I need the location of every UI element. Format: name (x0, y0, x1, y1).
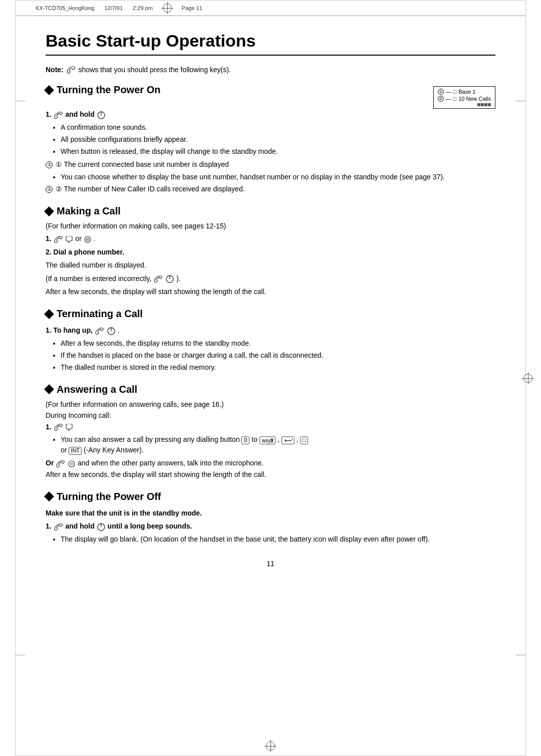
turning-off-bullets: The display will go blank. (On location … (61, 534, 495, 545)
key-icon-int: INT (69, 447, 82, 455)
terminating-bullet-2: If the handset is placed on the base or … (61, 350, 495, 361)
note-handset-icon (66, 66, 79, 74)
making-call-step2-label: 2. (46, 248, 52, 256)
note-text: shows that you should press the followin… (79, 66, 231, 74)
making-call-for-info: (For further information on making calls… (46, 222, 495, 230)
key-icon-star: ⟵* (282, 436, 295, 444)
display-newcalls-icon: □ (453, 96, 457, 102)
comma2: , (296, 435, 300, 443)
section-title-turning-off: Turning the Power Off (46, 491, 495, 502)
making-call-step1-label: 1. (46, 234, 52, 242)
bottom-crosshair (266, 741, 275, 750)
diamond-icon-answering (44, 384, 54, 394)
display-battery-bar (438, 103, 491, 106)
terminating-power (107, 326, 118, 334)
section-making-call: Making a Call (For further information o… (46, 205, 495, 297)
page-number: 11 (46, 560, 495, 568)
section-title-answering: Answering a Call (46, 384, 495, 395)
note-label: Note: (46, 66, 64, 74)
turning-off-step1-label: 1. (46, 522, 52, 530)
diamond-icon-terminating (44, 309, 54, 319)
sub-bullet-1: You can choose whether to display the ba… (61, 172, 495, 182)
header-filename: KX-TCD705_HongKong (36, 5, 94, 11)
making-call-step2-bold: Dial a phone number. (54, 248, 125, 256)
turning-off-make-sure-bold: Make sure that the unit is in the standb… (46, 509, 202, 517)
making-call-step1: 1. or (46, 233, 495, 244)
step1-and-hold: and hold (65, 110, 96, 118)
terminating-bullet-3: The dialled number is stored in the redi… (61, 362, 495, 373)
header-date: 12/7/01 (104, 5, 123, 11)
key-icon-hash: □ (300, 436, 308, 444)
answering-bullet-1: You can also answer a call by pressing a… (61, 434, 495, 455)
making-call-dialled: The dialled number is displayed. (46, 260, 495, 271)
turning-off-power-icon (97, 522, 108, 530)
terminating-step1: 1. To hang up, . (46, 325, 495, 336)
svg-point-13 (71, 463, 73, 465)
svg-point-4 (87, 239, 88, 240)
svg-text:⟵*: ⟵* (285, 438, 293, 443)
answering-step1-label: 1. (46, 423, 52, 431)
answering-after: After a few seconds, the display will st… (46, 469, 495, 480)
diamond-icon-turning-off (44, 492, 54, 502)
making-call-power-icon2 (165, 275, 176, 283)
display-base-icon: □ (453, 89, 457, 95)
answering-during-call: During Incoming call: (46, 411, 495, 419)
svg-point-12 (69, 461, 75, 467)
main-content: Basic Start-up Operations Note: shows th… (16, 16, 525, 588)
header-time: 2:29 pm (133, 5, 153, 11)
section-title-turning-on: Turning the Power On (46, 84, 160, 101)
circle-num-1-inline: ① (46, 161, 53, 168)
answering-handset2 (56, 459, 68, 467)
making-call-or: or (75, 234, 81, 242)
turning-off-step1: 1. and hold until a long beep sounds. (46, 521, 495, 532)
making-call-period: . (94, 234, 96, 242)
bullet-2: All possible configurations briefly appe… (61, 134, 495, 145)
turning-off-and-hold: and hold (65, 522, 96, 530)
turning-on-sub-bullet: You can choose whether to display the ba… (61, 172, 495, 182)
turning-off-until: until a long beep sounds. (108, 522, 192, 530)
bullet-1: A confirmation tone sounds. (61, 122, 495, 133)
making-call-incorrect-handset (153, 275, 165, 283)
terminating-handset (95, 326, 107, 334)
display-circle-1: ① (438, 89, 444, 95)
circle-num-2-inline: ② (46, 186, 53, 193)
header-bar: KX-TCD705_HongKong 12/7/01 2:29 pm Page … (16, 1, 525, 16)
key-icon-9: wxyz 9 (259, 436, 276, 444)
page-title: Basic Start-up Operations (46, 31, 495, 56)
step1-power-icon (97, 110, 106, 118)
right-border-mark-bottom (516, 655, 526, 655)
section-title-terminating: Terminating a Call (46, 308, 495, 320)
answering-for-info: (For further information on answering ca… (46, 400, 495, 408)
terminating-bullet-1: After a few seconds, the display returns… (61, 338, 495, 349)
section-turning-on: Turning the Power On ① — □ Base 1 ② — □ (46, 84, 495, 194)
section-title-making-call: Making a Call (46, 205, 495, 217)
section-turning-off: Turning the Power Off Make sure that the… (46, 491, 495, 545)
answering-cd-icon (68, 459, 78, 467)
page-border: KX-TCD705_HongKong 12/7/01 2:29 pm Page … (15, 0, 526, 756)
diamond-icon-making-call (44, 206, 54, 216)
making-call-step2: 2. Dial a phone number. (46, 246, 495, 258)
section-header-row-turning-on: Turning the Power On ① — □ Base 1 ② — □ (46, 84, 495, 109)
section-terminating: Terminating a Call 1. To hang up, . (46, 308, 495, 372)
making-call-speaker-icon (84, 234, 94, 242)
terminating-bullets: After a few seconds, the display returns… (61, 338, 495, 373)
turning-off-handset (54, 522, 66, 530)
left-border-mark-bottom (15, 655, 25, 655)
display-line2: — (446, 96, 451, 102)
header-crosshair (163, 4, 172, 13)
display-circle-2: ② (438, 96, 444, 102)
comma1: , (278, 435, 282, 443)
display-box-turning-on: ① — □ Base 1 ② — □ 10 New Calls (433, 86, 495, 109)
key-icon-0: 0 (241, 436, 249, 444)
terminating-step1-bold: 1. To hang up, (46, 326, 93, 334)
diamond-icon-turning-on (44, 85, 54, 95)
step1-label: 1. (46, 110, 52, 118)
svg-text:9: 9 (270, 438, 274, 443)
making-call-talk-icon (65, 234, 75, 242)
header-pageref: Page 11 (182, 5, 202, 11)
answering-bullets: You can also answer a call by pressing a… (61, 434, 495, 455)
answering-talk-icon (65, 423, 73, 431)
or-bold: Or (46, 459, 54, 467)
turning-on-bullets: A confirmation tone sounds. All possible… (61, 122, 495, 157)
step1-handset (54, 110, 66, 118)
